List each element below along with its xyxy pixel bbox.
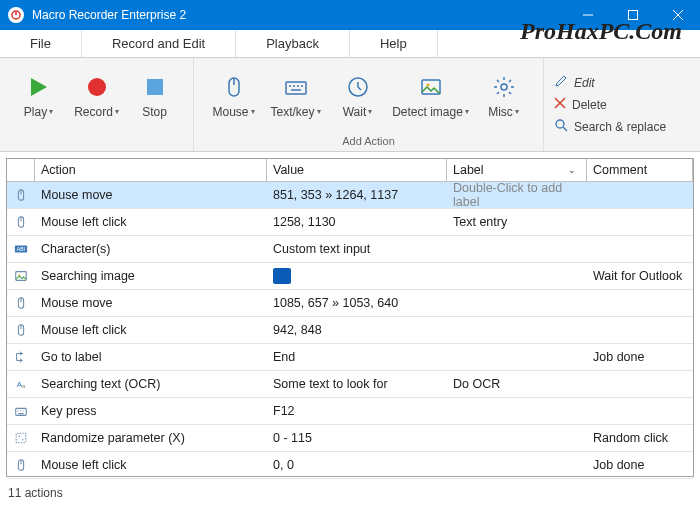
table-row[interactable]: ABICharacter(s)Custom text input [7, 236, 693, 263]
svg-point-9 [501, 84, 507, 90]
play-icon [27, 75, 51, 99]
cell-value: 851, 353 » 1264, 1137 [267, 185, 447, 205]
image-icon [13, 268, 29, 284]
ocr-icon: Aa [13, 376, 29, 392]
record-button[interactable]: Record▾ [68, 62, 126, 132]
cell-label[interactable] [447, 327, 587, 333]
cell-comment: Job done [587, 455, 693, 475]
menu-help[interactable]: Help [350, 30, 438, 57]
minimize-button[interactable] [565, 0, 610, 30]
titlebar: Macro Recorder Enterprise 2 [0, 0, 700, 30]
close-button[interactable] [655, 0, 700, 30]
chevron-down-icon: ⌄ [568, 165, 576, 175]
stop-button[interactable]: Stop [126, 62, 184, 132]
goto-icon [13, 349, 29, 365]
mouse-button[interactable]: Mouse▾ [205, 62, 263, 132]
pencil-icon [554, 74, 568, 91]
cell-value: 0 - 115 [267, 428, 447, 448]
table-row[interactable]: Mouse move1085, 657 » 1053, 640 [7, 290, 693, 317]
mouse-icon [222, 75, 246, 99]
table-row[interactable]: Key pressF12 [7, 398, 693, 425]
cell-value: End [267, 347, 447, 367]
x-icon [554, 97, 566, 112]
table-row[interactable]: Mouse move851, 353 » 1264, 1137Double-Cl… [7, 182, 693, 209]
cell-label[interactable]: Double-Click to add label [447, 178, 587, 212]
play-button[interactable]: Play▾ [10, 62, 68, 132]
col-value[interactable]: Value [267, 159, 447, 181]
cell-comment: Random click [587, 428, 693, 448]
cell-value [267, 265, 447, 287]
cell-value: 1258, 1130 [267, 212, 447, 232]
svg-rect-3 [147, 79, 163, 95]
cell-label[interactable] [447, 246, 587, 252]
menu-playback[interactable]: Playback [236, 30, 350, 57]
cell-label[interactable]: Text entry [447, 212, 587, 232]
menu-record-edit[interactable]: Record and Edit [82, 30, 236, 57]
search-replace-label: Search & replace [574, 120, 666, 134]
cell-label[interactable] [447, 435, 587, 441]
row-icon-cell [7, 400, 35, 422]
status-bar: 11 actions [0, 483, 700, 505]
table-row[interactable]: Randomize parameter (X)0 - 115Random cli… [7, 425, 693, 452]
cell-action: Mouse move [35, 293, 267, 313]
table-row[interactable]: AaSearching text (OCR)Some text to look … [7, 371, 693, 398]
col-action[interactable]: Action [35, 159, 267, 181]
delete-button[interactable]: Delete [554, 97, 674, 112]
table-row[interactable]: Go to labelEndJob done [7, 344, 693, 371]
svg-point-2 [88, 78, 106, 96]
table-row[interactable]: Searching imageWait for Outlook [7, 263, 693, 290]
cell-action: Mouse left click [35, 320, 267, 340]
svg-point-23 [19, 436, 20, 437]
cell-value: 942, 848 [267, 320, 447, 340]
grid-header: Action Value Label⌄ Comment [7, 159, 693, 182]
cell-label[interactable] [447, 273, 587, 279]
cell-action: Searching image [35, 266, 267, 286]
cell-value: Custom text input [267, 239, 447, 259]
mouse-icon [13, 322, 29, 338]
detect-image-button[interactable]: Detect image▾ [387, 62, 475, 132]
cell-label[interactable]: Do OCR [447, 374, 587, 394]
cell-action: Searching text (OCR) [35, 374, 267, 394]
table-row[interactable]: Mouse left click942, 848 [7, 317, 693, 344]
row-icon-cell [7, 346, 35, 368]
row-icon-cell [7, 265, 35, 287]
keyboard-icon [284, 75, 308, 99]
abi-icon: ABI [13, 241, 29, 257]
svg-rect-5 [286, 82, 306, 94]
cell-comment [587, 408, 693, 414]
cell-comment [587, 381, 693, 387]
edit-button[interactable]: Edit [554, 74, 674, 91]
cell-label[interactable] [447, 408, 587, 414]
cell-label[interactable] [447, 354, 587, 360]
wait-button[interactable]: Wait▾ [329, 62, 387, 132]
svg-text:ABI: ABI [17, 246, 25, 252]
maximize-button[interactable] [610, 0, 655, 30]
search-replace-button[interactable]: Search & replace [554, 118, 674, 135]
cell-value: 0, 0 [267, 455, 447, 475]
col-icon[interactable] [7, 159, 35, 181]
svg-rect-22 [16, 433, 26, 443]
textkey-button[interactable]: Text/key▾ [263, 62, 329, 132]
gear-icon [492, 75, 516, 99]
cell-action: Go to label [35, 347, 267, 367]
edit-label: Edit [574, 76, 595, 90]
cell-comment: Job done [587, 347, 693, 367]
cell-label[interactable] [447, 300, 587, 306]
table-row[interactable]: Mouse left click0, 0Job done [7, 452, 693, 479]
cell-label[interactable] [447, 462, 587, 468]
table-row[interactable]: Mouse left click1258, 1130Text entry [7, 209, 693, 236]
misc-button[interactable]: Misc▾ [475, 62, 533, 132]
menu-file[interactable]: File [0, 30, 82, 57]
clock-icon [346, 75, 370, 99]
random-icon [13, 430, 29, 446]
ribbon: Play▾ Record▾ Stop Mouse▾ Text/key▾ [0, 58, 700, 152]
col-comment[interactable]: Comment [587, 159, 693, 181]
row-icon-cell: Aa [7, 373, 35, 395]
cell-comment [587, 192, 693, 198]
cell-value: 1085, 657 » 1053, 640 [267, 293, 447, 313]
mouse-icon [13, 214, 29, 230]
svg-text:a: a [22, 382, 26, 389]
window-title: Macro Recorder Enterprise 2 [32, 8, 565, 22]
key-icon [13, 403, 29, 419]
svg-point-10 [556, 120, 564, 128]
